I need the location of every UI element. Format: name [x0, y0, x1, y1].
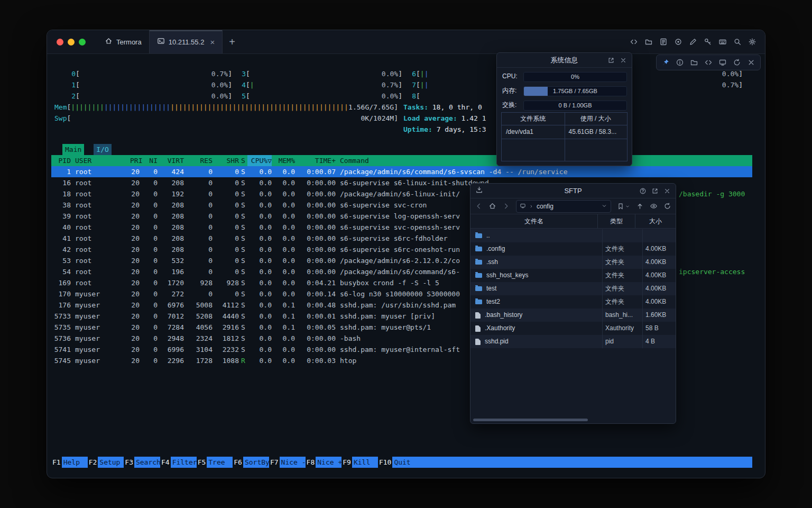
- metric-bar: 0%: [523, 72, 627, 82]
- col-pid[interactable]: PID: [51, 155, 71, 166]
- close-icon[interactable]: [747, 58, 755, 67]
- key-icon[interactable]: [704, 38, 712, 46]
- close-icon[interactable]: [663, 187, 671, 195]
- sftp-panel: SFTP config 文件名 类型 大小 ...config文件夹4.: [470, 183, 676, 424]
- path-breadcrumb[interactable]: config: [516, 200, 611, 213]
- tab-close-icon[interactable]: ×: [210, 38, 215, 47]
- col-user[interactable]: USER: [71, 155, 130, 166]
- file-row-sshd.pid[interactable]: sshd.pidpid4 B: [470, 335, 676, 348]
- refresh-icon[interactable]: [663, 202, 671, 210]
- file-size: 58 B: [642, 322, 676, 335]
- summary-line: Uptime: 7 days, 15:3: [403, 124, 486, 135]
- tab-home-label: Termora: [116, 38, 142, 46]
- close-icon[interactable]: [620, 57, 627, 64]
- forward-icon[interactable]: [502, 202, 510, 210]
- folder-icon: [475, 247, 482, 251]
- sftp-col-filename[interactable]: 文件名: [470, 214, 597, 228]
- eye-icon[interactable]: [650, 202, 658, 210]
- settings-icon[interactable]: [748, 38, 756, 46]
- fkey-f6[interactable]: F6SortBy: [233, 457, 269, 468]
- process-row-1[interactable]: 1root20042400S0.00.00:00.07/package/admi…: [51, 166, 752, 177]
- col-time[interactable]: TIME+: [295, 155, 336, 166]
- horizontal-scrollbar[interactable]: [473, 419, 588, 421]
- file-row-.ssh[interactable]: .ssh文件夹4.00KB: [470, 256, 676, 269]
- monitor-icon[interactable]: [718, 58, 727, 67]
- file-size: 4.00KB: [642, 242, 676, 256]
- fkey-f7[interactable]: F7Nice -: [269, 457, 306, 468]
- edit-icon[interactable]: [689, 38, 697, 46]
- close-button[interactable]: [57, 39, 63, 46]
- zoom-button[interactable]: [79, 39, 86, 46]
- col-ni[interactable]: NI: [140, 155, 158, 166]
- folder-icon: [475, 286, 482, 291]
- fkey-f3[interactable]: F3Search: [124, 457, 160, 468]
- folder-icon[interactable]: [690, 58, 698, 67]
- tab-home[interactable]: Termora: [97, 30, 149, 53]
- file-row-.Xauthority[interactable]: .XauthorityXauthority58 B: [470, 322, 676, 335]
- file-size: 4.00KB: [642, 282, 676, 295]
- file-row-.bash_history[interactable]: .bash_historybash_hi...1.60KB: [470, 309, 676, 322]
- help-icon[interactable]: [639, 187, 647, 195]
- sftp-col-type[interactable]: 类型: [597, 214, 635, 228]
- terminal-icon: [157, 37, 165, 45]
- info-icon[interactable]: [676, 58, 684, 67]
- file-row-..[interactable]: ..: [470, 229, 676, 242]
- keyboard-icon[interactable]: [718, 38, 727, 46]
- code-icon[interactable]: [630, 38, 638, 46]
- search-icon[interactable]: [733, 38, 742, 46]
- col-shr[interactable]: SHR: [213, 155, 239, 166]
- folder-icon[interactable]: [644, 38, 653, 46]
- file-type: 文件夹: [602, 269, 642, 282]
- home-icon[interactable]: [488, 202, 496, 210]
- tab-session[interactable]: 10.211.55.2 ×: [149, 30, 223, 53]
- filesystem-table: 文件系统 使用 / 大小 /dev/vda1 45.61GB / 58.3...: [501, 112, 628, 161]
- function-key-bar: F1HelpF2SetupF3SearchF4FilterF5TreeF6Sor…: [51, 457, 752, 468]
- file-row-test[interactable]: test文件夹4.00KB: [470, 282, 676, 295]
- up-icon[interactable]: [636, 202, 644, 210]
- new-tab-button[interactable]: +: [229, 30, 235, 53]
- bookmark-icon[interactable]: [617, 203, 624, 210]
- back-icon[interactable]: [475, 202, 483, 210]
- col-state[interactable]: S: [239, 155, 247, 166]
- col-res[interactable]: RES: [184, 155, 213, 166]
- fkey-f5[interactable]: F5Tree: [197, 457, 233, 468]
- file-size: 4.00KB: [642, 256, 676, 269]
- file-row-test2[interactable]: test2文件夹4.00KB: [470, 295, 676, 309]
- process-table-header[interactable]: PID USER PRI NI VIRT RES SHR S CPU%▽ MEM…: [51, 155, 752, 166]
- code-icon[interactable]: [704, 58, 713, 67]
- col-cpu-sort[interactable]: CPU%▽: [247, 155, 272, 166]
- external-icon[interactable]: [651, 187, 659, 195]
- minimize-button[interactable]: [68, 39, 75, 46]
- fkey-f9[interactable]: F9Kill: [342, 457, 378, 468]
- sftp-col-size[interactable]: 大小: [635, 214, 676, 228]
- log-icon[interactable]: [659, 38, 668, 46]
- htop-tab-main[interactable]: Main: [62, 144, 84, 155]
- htop-tab-i-o[interactable]: I/O: [94, 144, 111, 155]
- caret-icon[interactable]: [625, 204, 630, 209]
- sftp-file-list: ...config文件夹4.00KB.ssh文件夹4.00KBssh_host_…: [470, 229, 676, 348]
- sftp-table-header[interactable]: 文件名 类型 大小: [470, 214, 676, 229]
- file-icon: [475, 312, 481, 319]
- htop-view-tabs: MainI/O: [62, 144, 112, 155]
- fkey-f4[interactable]: F4Filter: [160, 457, 197, 468]
- caret-icon[interactable]: [601, 203, 607, 209]
- fkey-f1[interactable]: F1Help: [51, 457, 88, 468]
- fkey-f10[interactable]: F10Quit: [378, 457, 418, 468]
- file-icon: [475, 339, 481, 345]
- bookmark-group[interactable]: [617, 203, 630, 210]
- metric-bar: 0 B / 1.00GB: [523, 101, 627, 111]
- metric-value: 0%: [524, 72, 626, 81]
- fkey-f2[interactable]: F2Setup: [88, 457, 124, 468]
- file-row-ssh_host_keys[interactable]: ssh_host_keys文件夹4.00KB: [470, 269, 676, 282]
- external-icon[interactable]: [607, 57, 615, 64]
- col-mem[interactable]: MEM%: [272, 155, 295, 166]
- file-row-.config[interactable]: .config文件夹4.00KB: [470, 242, 676, 256]
- col-pri[interactable]: PRI: [130, 155, 140, 166]
- refresh-icon[interactable]: [733, 58, 741, 67]
- record-icon[interactable]: [674, 38, 682, 46]
- fkey-f8[interactable]: F8Nice +: [306, 457, 342, 468]
- file-size: 4.00KB: [642, 295, 676, 309]
- col-virt[interactable]: VIRT: [158, 155, 184, 166]
- cpu-meter-3: 3[0.0%]: [233, 68, 402, 79]
- pin-icon[interactable]: [661, 58, 670, 67]
